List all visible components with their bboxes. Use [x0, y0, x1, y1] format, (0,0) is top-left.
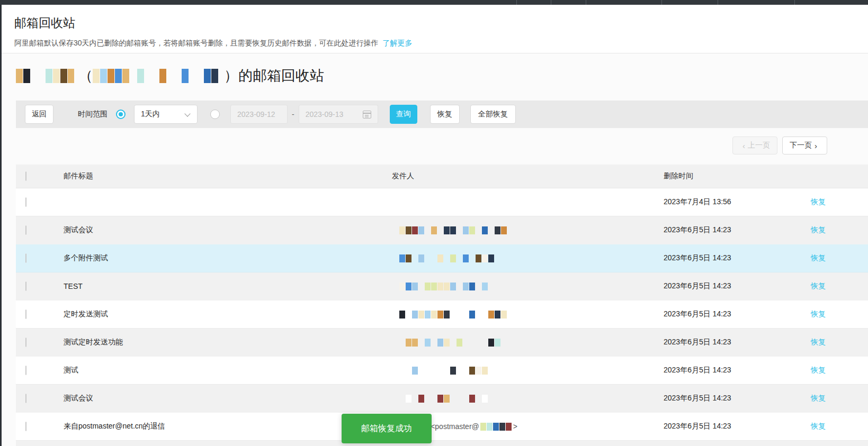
success-toast: 邮箱恢复成功 [342, 414, 432, 443]
deleted-time-cell: 2023年7月4日 13:56 [664, 197, 811, 207]
close-paren: ） [224, 66, 238, 85]
restore-all-button[interactable]: 全部恢复 [470, 105, 516, 124]
end-date-input[interactable] [306, 105, 371, 123]
topbar-divider [718, 0, 718, 5]
restore-link[interactable]: 恢复 [811, 197, 826, 206]
action-cell: 恢复 [811, 197, 868, 207]
redacted-sender-domain [480, 423, 512, 431]
table-row: 测试会议 2023年6月5日 14:23 恢复 [16, 216, 868, 244]
open-paren: （ [78, 66, 93, 85]
browser-top-bar [0, 0, 868, 5]
topbar-divider [551, 0, 551, 5]
sender-cell [392, 311, 664, 318]
sender-cell [392, 367, 664, 375]
mail-title-cell: 测试会议 [64, 225, 392, 235]
table-row: 测试定时发送功能 2023年6月5日 14:23 恢复 [16, 329, 868, 357]
row-checkbox-cell [16, 394, 64, 403]
redacted-sender [399, 254, 501, 262]
restore-link[interactable]: 恢复 [811, 253, 826, 262]
row-checkbox[interactable] [25, 197, 26, 207]
mail-title-cell: 测试定时发送功能 [64, 338, 392, 347]
row-checkbox[interactable] [25, 394, 26, 403]
table-body: 2023年7月4日 13:56 恢复 测试会议 2023年6月5日 14:23 … [16, 188, 868, 441]
topbar-divider [586, 0, 586, 5]
topbar-divider [661, 0, 662, 5]
redacted-account-name [16, 65, 74, 86]
row-checkbox[interactable] [25, 366, 26, 375]
sender-cell [392, 283, 664, 290]
time-range-label: 时间范围 [78, 110, 108, 119]
table-row: 来自postmaster@net.cn的退信 postmaster <postm… [16, 413, 868, 441]
deleted-time-cell: 2023年6月5日 14:23 [664, 394, 811, 403]
row-checkbox[interactable] [25, 281, 26, 291]
learn-more-link[interactable]: 了解更多 [383, 39, 413, 47]
restore-link[interactable]: 恢复 [811, 281, 826, 290]
deleted-time-cell: 2023年6月5日 14:23 [664, 281, 811, 291]
custom-range-radio[interactable] [210, 110, 220, 119]
row-checkbox-cell [16, 338, 64, 347]
table-row: TEST 2023年6月5日 14:23 恢复 [16, 272, 868, 301]
row-checkbox[interactable] [25, 253, 26, 263]
row-checkbox[interactable] [25, 225, 26, 235]
topbar-divider [516, 0, 517, 5]
restore-link[interactable]: 恢复 [811, 310, 826, 318]
restore-link[interactable]: 恢复 [811, 338, 826, 346]
prev-page-label: 上一页 [748, 141, 770, 150]
row-checkbox-cell [16, 422, 64, 431]
partial-next-row [16, 441, 868, 446]
action-cell: 恢复 [811, 422, 868, 431]
date-range-separator: - [292, 110, 294, 119]
row-checkbox-cell [16, 282, 64, 290]
action-cell: 恢复 [811, 253, 868, 263]
action-cell: 恢复 [811, 394, 868, 403]
header-checkbox-cell [16, 172, 64, 180]
redacted-account-email [93, 67, 224, 85]
preset-range-radio[interactable] [116, 110, 126, 119]
chevron-down-icon [184, 111, 190, 116]
section-title-suffix: 的邮箱回收站 [238, 66, 324, 85]
redacted-sender [399, 339, 501, 347]
deleted-time-cell: 2023年6月5日 14:23 [664, 253, 811, 263]
row-checkbox[interactable] [25, 422, 26, 431]
restore-link[interactable]: 恢复 [811, 394, 826, 402]
sender-cell: postmaster <postmaster@> [392, 422, 664, 431]
sender-cell [392, 339, 664, 347]
redacted-sender [399, 311, 507, 318]
action-cell: 恢复 [811, 366, 868, 375]
calendar-icon[interactable] [363, 111, 371, 119]
date-range-group: - [230, 105, 378, 124]
table-row: 2023年7月4日 13:56 恢复 [16, 188, 868, 216]
deleted-time-cell: 2023年6月5日 14:23 [664, 225, 811, 235]
next-page-button[interactable]: 下一页 › [782, 136, 827, 154]
deleted-mail-table: 邮件标题 发件人 删除时间 2023年7月4日 13:56 恢复 测试会议 20… [16, 165, 868, 446]
redacted-sender [399, 283, 501, 290]
action-cell: 恢复 [811, 281, 868, 291]
prev-page-button[interactable]: ‹ 上一页 [732, 136, 777, 154]
select-all-checkbox[interactable] [25, 171, 26, 181]
topbar-divider [794, 0, 795, 5]
next-page-label: 下一页 [790, 141, 812, 150]
window-left-edge [0, 5, 2, 446]
toast-message: 邮箱恢复成功 [361, 423, 412, 434]
query-button[interactable]: 查询 [390, 105, 417, 124]
restore-link[interactable]: 恢复 [811, 366, 826, 374]
restore-button[interactable]: 恢复 [430, 105, 460, 124]
sender-cell [392, 226, 664, 234]
sender-text-suffix: > [513, 422, 517, 431]
deleted-time-cell: 2023年6月5日 14:23 [664, 310, 811, 319]
restore-link[interactable]: 恢复 [811, 225, 826, 234]
time-range-select[interactable]: 1天内 [134, 105, 198, 124]
pagination: ‹ 上一页 下一页 › [732, 136, 827, 154]
action-cell: 恢复 [811, 338, 868, 347]
restore-link[interactable]: 恢复 [811, 422, 826, 430]
deleted-time-cell: 2023年6月5日 14:23 [664, 338, 811, 347]
row-checkbox-cell [16, 366, 64, 375]
row-checkbox[interactable] [25, 338, 26, 347]
mail-title-cell: 多个附件测试 [64, 253, 392, 263]
back-button[interactable]: 返回 [25, 105, 53, 124]
time-range-selected-value: 1天内 [141, 110, 160, 119]
row-checkbox[interactable] [25, 310, 26, 319]
chevron-left-icon: ‹ [742, 141, 745, 150]
start-date-input[interactable] [230, 105, 288, 124]
table-header-row: 邮件标题 发件人 删除时间 [16, 165, 868, 188]
